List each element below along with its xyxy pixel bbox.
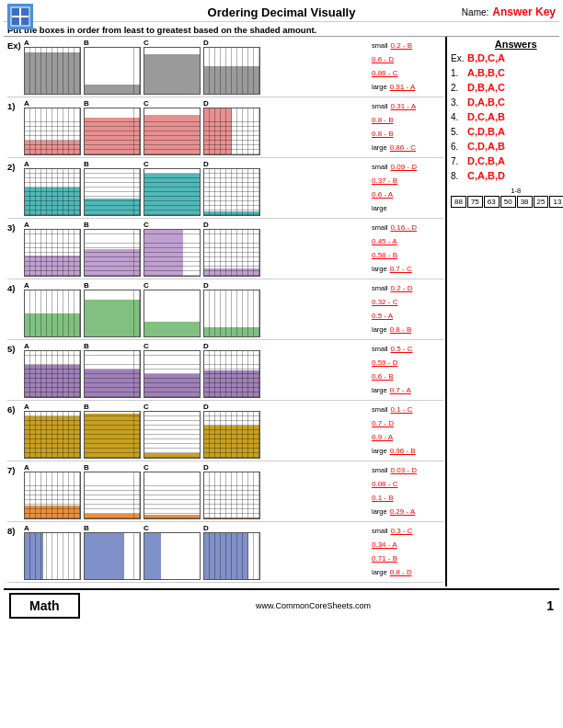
box-label: C — [144, 463, 149, 472]
box-item: D — [203, 403, 260, 459]
answer-num: 4. — [451, 112, 467, 122]
box-item: A — [24, 281, 81, 337]
main-content: Ex)ABCDsmall0.2 - B0.6 - D0.86 - Clarge0… — [4, 37, 559, 586]
grid-box — [84, 411, 141, 459]
box-item: A — [24, 463, 81, 519]
grid-overlay — [144, 108, 200, 154]
grid-overlay — [85, 472, 140, 518]
value-text: 0.29 - A — [390, 507, 416, 516]
score-box: 25 — [534, 196, 549, 208]
grid-overlay — [204, 290, 259, 336]
box-label: B — [84, 39, 89, 47]
small-label: small — [372, 527, 388, 535]
value-line: small0.1 - C — [372, 405, 443, 414]
value-text: 0.34 - A — [372, 540, 397, 549]
value-text: 0.8 - B — [372, 130, 394, 138]
answer-num: 7. — [451, 156, 467, 166]
score-box: 63 — [484, 196, 500, 208]
value-line: 0.34 - A — [372, 540, 443, 549]
box-item: D — [203, 99, 260, 155]
grid-overlay — [25, 48, 80, 94]
box-item: B — [84, 463, 141, 519]
large-label: large — [372, 568, 387, 576]
value-line: small0.2 - D — [372, 284, 443, 292]
answer-item: 8.C,A,B,D — [451, 170, 563, 181]
problem-num: 2) — [7, 160, 24, 172]
boxes-area: ABCD — [24, 281, 368, 337]
problem-row: Ex)ABCDsmall0.2 - B0.6 - D0.86 - Clarge0… — [7, 39, 443, 97]
box-label: D — [203, 160, 209, 168]
grid-box — [203, 290, 260, 337]
value-text: 0.7 - C — [390, 265, 412, 273]
value-line: small0.16 - D — [372, 223, 443, 232]
boxes-area: ABCD — [24, 403, 368, 459]
grid-overlay — [204, 230, 259, 276]
box-item: C — [144, 221, 201, 277]
value-line: 0.59 - D — [372, 358, 443, 367]
problem-num: 1) — [7, 99, 24, 111]
box-label: D — [203, 342, 209, 350]
grid-box — [84, 229, 141, 277]
value-text: 0.5 - C — [391, 345, 413, 353]
answer-num: 2. — [451, 83, 467, 93]
box-item: A — [24, 403, 81, 459]
grid-box — [203, 47, 260, 95]
answer-ex-num: Ex. — [451, 53, 467, 63]
answer-num: 1. — [451, 68, 467, 78]
answer-val: A,B,B,C — [467, 67, 505, 78]
score-box: 38 — [517, 196, 533, 208]
grid-overlay — [25, 412, 80, 458]
values-area: small0.09 - D0.37 - B0.6 - Alarge — [368, 160, 443, 215]
box-item: B — [84, 99, 141, 155]
grid-box — [24, 411, 81, 459]
value-line: 0.45 - A — [372, 237, 443, 245]
value-text: 0.6 - B — [372, 372, 394, 381]
value-text: 0.8 - B — [390, 325, 412, 334]
box-item: A — [24, 524, 81, 580]
boxes-area: ABCD — [24, 342, 368, 398]
value-line: large0.86 - C — [372, 143, 443, 152]
value-line: 0.86 - C — [372, 69, 443, 77]
box-item: C — [144, 524, 201, 580]
small-label: small — [372, 163, 388, 171]
value-text: 0.9 - A — [372, 433, 393, 441]
box-item: C — [144, 160, 201, 216]
grid-overlay — [25, 472, 80, 518]
value-line: small0.31 - A — [372, 102, 443, 110]
box-item: A — [24, 99, 81, 155]
small-label: small — [372, 41, 388, 50]
grid-box — [84, 168, 141, 216]
box-label: C — [144, 160, 149, 168]
value-line: 0.8 - B — [372, 130, 443, 138]
problems-container: Ex)ABCDsmall0.2 - B0.6 - D0.86 - Clarge0… — [7, 39, 443, 583]
value-text: 0.8 - D — [390, 568, 412, 576]
value-line: small0.3 - C — [372, 527, 443, 535]
value-text: 0.45 - A — [372, 237, 397, 245]
value-text: 0.8 - B — [372, 116, 394, 124]
problem-row: 3)ABCDsmall0.16 - D0.45 - A0.58 - Blarge… — [7, 221, 443, 279]
value-text: 0.6 - D — [372, 55, 394, 63]
box-item: A — [24, 39, 81, 95]
box-label: A — [24, 39, 29, 47]
grid-overlay — [204, 169, 259, 215]
instruction: Put the boxes in order from least to gre… — [4, 22, 559, 37]
grid-box — [24, 168, 81, 216]
box-label: D — [203, 403, 209, 411]
box-item: D — [203, 342, 260, 398]
answer-val: D,C,A,B — [467, 111, 505, 122]
small-label: small — [372, 102, 388, 110]
grid-overlay — [144, 533, 200, 579]
box-item: B — [84, 221, 141, 277]
grid-box — [144, 229, 201, 277]
box-label: B — [84, 160, 89, 168]
problem-num: 8) — [7, 524, 24, 536]
small-label: small — [372, 284, 388, 292]
problem-num: 6) — [7, 403, 24, 415]
box-label: B — [84, 463, 89, 472]
problem-row: 5)ABCDsmall0.5 - C0.59 - D0.6 - Blarge0.… — [7, 342, 443, 401]
name-label: Name: — [462, 7, 488, 17]
grid-overlay — [85, 412, 140, 458]
grid-overlay — [144, 472, 200, 518]
score-box: 50 — [500, 196, 516, 208]
large-label: large — [372, 386, 387, 394]
